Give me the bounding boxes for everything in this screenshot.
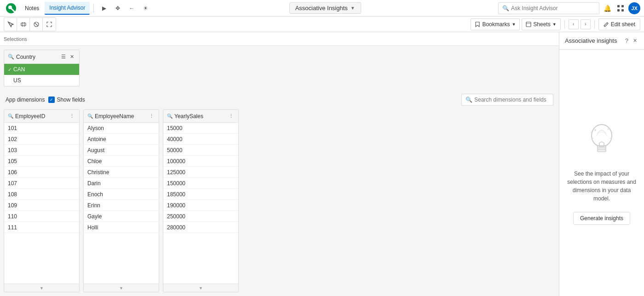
- table-row[interactable]: 250000: [163, 211, 238, 222]
- table-row[interactable]: 40000: [163, 134, 238, 145]
- employeeid-menu-btn[interactable]: ⋮: [68, 113, 75, 120]
- select-mode-btn[interactable]: [4, 18, 17, 31]
- table-row[interactable]: 100000: [163, 156, 238, 167]
- search-dims-input[interactable]: [474, 97, 549, 103]
- qlik-logo[interactable]: [4, 1, 18, 16]
- svg-rect-10: [526, 22, 531, 27]
- help-btn[interactable]: ?: [624, 36, 630, 46]
- table-row[interactable]: Enoch: [84, 189, 159, 200]
- table-row[interactable]: 280000: [163, 222, 238, 233]
- filter-item-us[interactable]: ✓ US: [4, 75, 79, 86]
- help-icon: ?: [625, 37, 628, 44]
- right-panel: Associative insights ? ✕: [559, 32, 644, 296]
- table-row[interactable]: Erinn: [84, 200, 159, 211]
- table-row[interactable]: 15000: [163, 123, 238, 134]
- sheets-icon: [526, 22, 531, 27]
- table-row[interactable]: 103: [4, 145, 79, 156]
- table-row[interactable]: Holli: [84, 222, 159, 233]
- table-row[interactable]: August: [84, 145, 159, 156]
- back-icon: ←: [129, 5, 134, 11]
- menu-icon: ⋮: [69, 113, 75, 119]
- table-row[interactable]: 185000: [163, 189, 238, 200]
- left-panel: Selections 🔍 Country ☰ ✕: [0, 32, 559, 296]
- table-row[interactable]: 106: [4, 167, 79, 178]
- employeename-search-icon: 🔍: [87, 114, 93, 119]
- employeeid-header-icons: ⋮: [68, 113, 75, 120]
- list-icon: ☰: [61, 54, 66, 60]
- table-row[interactable]: 125000: [163, 167, 238, 178]
- search-input[interactable]: [511, 5, 595, 11]
- insights-title: Associative insights: [565, 37, 617, 44]
- app-title-container[interactable]: Associative Insights ▼: [289, 2, 361, 14]
- table-row[interactable]: 190000: [163, 200, 238, 211]
- table-row[interactable]: 111: [4, 222, 79, 233]
- employeeid-title: EmployeeID: [15, 113, 45, 120]
- toolbar: Bookmarks ▼ Sheets ▼ ‹ › Edit sheet: [0, 17, 644, 32]
- snapshot-btn[interactable]: ☀: [139, 2, 152, 15]
- camera-icon: ☀: [143, 5, 148, 11]
- employeename-body: Alyson Antoine August Chloe Christine Da…: [84, 123, 159, 284]
- select-tool-btn[interactable]: ▶: [98, 2, 110, 15]
- show-fields-checkbox[interactable]: ✓: [48, 97, 55, 103]
- table-row[interactable]: Gayle: [84, 211, 159, 222]
- bookmarks-btn[interactable]: Bookmarks ▼: [471, 18, 520, 30]
- range-select-btn[interactable]: [17, 18, 30, 31]
- lasso-tool-btn[interactable]: ✥: [111, 2, 124, 15]
- table-row[interactable]: 101: [4, 123, 79, 134]
- generate-insights-btn[interactable]: Generate insights: [573, 212, 630, 225]
- table-row[interactable]: 110: [4, 211, 79, 222]
- topbar-center: Associative Insights ▼: [154, 2, 496, 14]
- employeeid-table: 🔍 EmployeeID ⋮ 101 102 103 105: [4, 109, 80, 292]
- filter-delete-btn[interactable]: ✕: [68, 53, 75, 61]
- show-fields-toggle[interactable]: ✓ Show fields: [48, 97, 85, 103]
- table-row[interactable]: 102: [4, 134, 79, 145]
- svg-rect-15: [598, 150, 606, 152]
- nav-insight-advisor-btn[interactable]: Insight Advisor: [45, 2, 90, 15]
- app-dims-title: App dimensions: [6, 97, 45, 103]
- next-sheet-btn[interactable]: ›: [581, 19, 591, 29]
- filter-list: ✓ CAN ✓ US: [4, 64, 79, 86]
- table-row[interactable]: Chloe: [84, 156, 159, 167]
- table-row[interactable]: 50000: [163, 145, 238, 156]
- notifications-btn[interactable]: 🔔: [602, 3, 613, 13]
- filter-item-can[interactable]: ✓ CAN: [4, 64, 79, 75]
- avatar[interactable]: JX: [628, 2, 640, 14]
- top-bar: Notes Insight Advisor ▶ ✥ ← ☀ Associativ…: [0, 0, 644, 17]
- apps-grid-btn[interactable]: [615, 3, 626, 13]
- yearlysales-title: YearlySales: [174, 113, 203, 120]
- topbar-separator-1: [93, 4, 94, 13]
- filter-clear-btn[interactable]: ☰: [60, 53, 67, 61]
- selections-label: Selections: [4, 36, 27, 42]
- yearlysales-menu-btn[interactable]: ⋮: [227, 113, 235, 120]
- table-row[interactable]: Christine: [84, 167, 159, 178]
- employeename-menu-btn[interactable]: ⋮: [148, 113, 155, 120]
- checkbox-check-icon: ✓: [50, 97, 53, 102]
- nav-notes-btn[interactable]: Notes: [20, 2, 44, 15]
- table-row[interactable]: 108: [4, 189, 79, 200]
- employeename-header-icons: ⋮: [148, 113, 155, 120]
- grid-icon: [617, 5, 624, 12]
- dim-tables-row: 🔍 EmployeeID ⋮ 101 102 103 105: [4, 109, 555, 292]
- table-row[interactable]: 109: [4, 200, 79, 211]
- toolbar-tools-section: ▶ ✥ ← ☀: [98, 2, 152, 15]
- table-row[interactable]: 105: [4, 156, 79, 167]
- pencil-icon: [604, 22, 609, 27]
- filter-item-label: CAN: [13, 66, 25, 73]
- sheets-btn[interactable]: Sheets ▼: [522, 18, 560, 30]
- table-row[interactable]: 150000: [163, 178, 238, 189]
- sheets-chevron: ▼: [552, 22, 557, 27]
- bell-icon: 🔔: [604, 5, 611, 12]
- svg-point-12: [592, 125, 612, 147]
- prev-sheet-btn[interactable]: ‹: [569, 19, 579, 29]
- insights-description: See the impact of your selections on mea…: [567, 170, 637, 203]
- back-btn[interactable]: ←: [125, 2, 138, 15]
- edit-sheet-btn[interactable]: Edit sheet: [598, 18, 640, 30]
- clear-selections-btn[interactable]: [30, 18, 43, 31]
- range-icon: [20, 21, 27, 28]
- table-row[interactable]: 107: [4, 178, 79, 189]
- close-insights-btn[interactable]: ✕: [632, 36, 638, 45]
- fullscreen-btn[interactable]: [43, 18, 56, 31]
- table-row[interactable]: Alyson: [84, 123, 159, 134]
- table-row[interactable]: Antoine: [84, 134, 159, 145]
- table-row[interactable]: Darin: [84, 178, 159, 189]
